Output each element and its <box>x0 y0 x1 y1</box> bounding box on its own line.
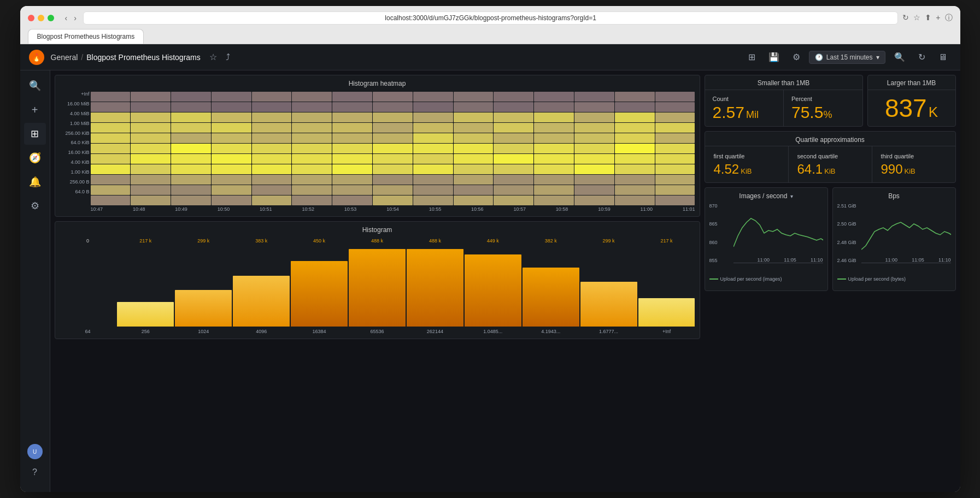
forward-button[interactable]: › <box>72 13 79 23</box>
right-panels: Smaller than 1MB Count 2.57Mil <box>705 75 956 339</box>
heatmap-cell-5-5 <box>292 144 332 153</box>
images-svg <box>733 203 823 263</box>
minimize-button[interactable] <box>38 15 44 21</box>
heatmap-cell-2-4 <box>252 112 292 122</box>
heatmap-cell-2-11 <box>534 112 574 122</box>
refresh-icon[interactable]: ↻ <box>902 13 909 23</box>
heatmap-container: +Inf 16.00 MiB 4.00 MiB 1.00 MiB 256.00 … <box>55 90 700 216</box>
breadcrumb-current: Blogpost Prometheus Histograms <box>86 53 201 62</box>
heatmap-cell-10-12 <box>574 195 614 205</box>
heatmap-x-axis: 10:47 10:48 10:49 10:50 10:51 10:52 10:5… <box>60 206 695 212</box>
close-button[interactable] <box>28 15 34 21</box>
heatmap-cell-10-1 <box>131 195 171 205</box>
heatmap-row-10 <box>91 195 695 205</box>
maximize-button[interactable] <box>48 15 54 21</box>
heatmap-cell-9-2 <box>171 185 211 195</box>
sidebar-item-dashboards[interactable]: ⊞ <box>24 123 46 145</box>
heatmap-x-10-49: 10:49 <box>175 206 187 212</box>
back-button[interactable]: ‹ <box>63 13 70 23</box>
count-label: Count <box>713 96 776 102</box>
star-icon[interactable]: ☆ <box>207 50 219 64</box>
save-dashboard-icon[interactable]: 💾 <box>764 50 784 64</box>
third-quartile-number: 990 <box>881 162 903 176</box>
chevron-down-icon[interactable]: ▾ <box>790 193 793 199</box>
count-stat: Count 2.57Mil <box>705 90 784 126</box>
heatmap-y-label-1: 16.00 MiB <box>60 102 90 106</box>
address-bar[interactable]: localhost:3000/d/umGJ7zGGk/blogpost-prom… <box>83 11 898 25</box>
smaller-than-1mb-panel: Smaller than 1MB Count 2.57Mil <box>705 75 863 127</box>
smaller-stats-body: Count 2.57Mil Percent 75.5% <box>705 90 862 126</box>
heatmap-cell-1-6 <box>332 102 372 112</box>
histogram-bars <box>60 245 695 327</box>
heatmap-cell-4-12 <box>574 133 614 143</box>
heatmap-cell-3-11 <box>534 123 574 133</box>
heatmap-cell-6-0 <box>91 154 131 164</box>
sidebar-item-search[interactable]: 🔍 <box>24 75 46 97</box>
clock-icon: 🕐 <box>815 54 823 61</box>
share-icon[interactable]: ⬆ <box>925 13 931 23</box>
heatmap-cell-10-6 <box>332 195 372 205</box>
settings-icon[interactable]: ⚙ <box>788 50 805 64</box>
heatmap-cell-6-7 <box>373 154 413 164</box>
heatmap-cell-9-3 <box>212 185 251 195</box>
sidebar-item-explore[interactable]: 🧭 <box>24 147 46 169</box>
percent-stat: Percent 75.5% <box>784 90 862 126</box>
breadcrumb-general[interactable]: General <box>51 53 78 62</box>
browser-tab[interactable]: Blogpost Prometheus Histograms <box>28 29 144 44</box>
bps-y-labels: 2.51 GiB 2.50 GiB 2.48 GiB 2.46 GiB <box>837 203 856 263</box>
heatmap-cell-0-10 <box>494 92 533 102</box>
heatmap-cell-3-10 <box>494 123 533 133</box>
heatmap-y-label-2: 4.00 MiB <box>60 111 90 116</box>
sidebar-item-settings[interactable]: ⚙ <box>24 195 46 217</box>
larger-panel-header: Larger than 1MB <box>868 75 955 90</box>
chevron-down-icon: ▾ <box>876 54 879 61</box>
bps-svg <box>861 203 951 263</box>
refresh-icon[interactable]: ↻ <box>914 50 930 64</box>
sidebar-item-alerting[interactable]: 🔔 <box>24 171 46 193</box>
grafana-logo[interactable]: 🔥 <box>29 50 44 65</box>
time-picker[interactable]: 🕐 Last 15 minutes ▾ <box>809 51 885 64</box>
heatmap-cell-2-8 <box>413 112 453 122</box>
histogram-bar-wrap-9 <box>580 245 637 327</box>
top-stats-row: Smaller than 1MB Count 2.57Mil <box>705 75 956 127</box>
heatmap-cell-1-5 <box>292 102 332 112</box>
sidebar: 🔍 + ⊞ 🧭 🔔 ⚙ U ? <box>20 70 50 492</box>
heatmap-x-10-53: 10:53 <box>344 206 357 212</box>
heatmap-cell-2-14 <box>655 112 695 122</box>
tv-mode-icon[interactable]: 🖥 <box>934 50 952 64</box>
heatmap-row-4 <box>91 133 695 143</box>
heatmap-cell-4-7 <box>373 133 413 143</box>
breadcrumb: General / Blogpost Prometheus Histograms <box>51 53 201 62</box>
add-tab-icon[interactable]: + <box>936 13 940 23</box>
user-avatar[interactable]: U <box>27 444 43 459</box>
info-icon[interactable]: ⓘ <box>945 13 953 23</box>
heatmap-cell-6-6 <box>332 154 372 164</box>
heatmap-cell-8-12 <box>574 175 614 185</box>
bps-y-246: 2.46 GiB <box>837 258 856 263</box>
heatmap-cell-7-7 <box>373 164 413 174</box>
zoom-out-icon[interactable]: 🔍 <box>890 50 909 64</box>
panel-edit-icon[interactable]: ⊞ <box>744 50 760 64</box>
heatmap-cell-8-9 <box>454 175 494 185</box>
bps-legend-label: Upload per second (bytes) <box>848 276 906 282</box>
heatmap-cell-5-0 <box>91 144 131 153</box>
images-x-labels: 11:00 11:05 11:10 <box>758 257 823 263</box>
histogram-bar-9 <box>580 282 637 327</box>
heatmap-cell-3-0 <box>91 123 131 133</box>
heatmap-cell-1-3 <box>212 102 251 112</box>
heatmap-cell-4-2 <box>171 133 211 143</box>
heatmap-cell-2-3 <box>212 112 251 122</box>
share-dashboard-icon[interactable]: ⤴ <box>224 50 232 64</box>
heatmap-cell-7-5 <box>292 164 332 174</box>
heatmap-cell-8-13 <box>615 175 655 185</box>
sidebar-item-help[interactable]: ? <box>24 461 46 483</box>
histogram-bar-wrap-4 <box>291 245 348 327</box>
bps-legend-line <box>837 278 846 280</box>
bookmark-icon[interactable]: ☆ <box>913 13 920 23</box>
heatmap-cell-3-1 <box>131 123 171 133</box>
images-title: Images / second <box>739 192 787 200</box>
sidebar-item-add[interactable]: + <box>24 99 46 121</box>
histogram-bar-wrap-3 <box>233 245 290 327</box>
heatmap-row-6 <box>91 154 695 164</box>
heatmap-row-1 <box>91 102 695 112</box>
